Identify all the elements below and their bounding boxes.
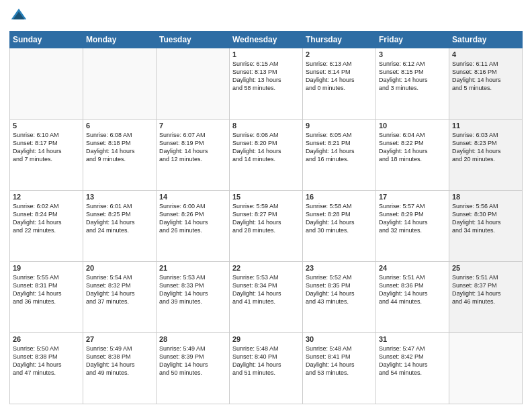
cell-content: Sunrise: 5:58 AMSunset: 8:28 PMDaylight:… — [306, 202, 373, 235]
cell-content: Sunrise: 6:05 AMSunset: 8:21 PMDaylight:… — [306, 131, 373, 164]
calendar-row: 5Sunrise: 6:10 AMSunset: 8:17 PMDaylight… — [10, 120, 523, 191]
cell-content: Sunrise: 6:13 AMSunset: 8:14 PMDaylight:… — [306, 60, 373, 93]
cell-content: Sunrise: 5:51 AMSunset: 8:37 PMDaylight:… — [452, 273, 519, 306]
day-number: 16 — [306, 193, 373, 201]
cell-content: Sunrise: 5:52 AMSunset: 8:35 PMDaylight:… — [306, 273, 373, 306]
day-number: 18 — [452, 193, 519, 201]
day-number: 29 — [232, 335, 300, 343]
cell-content: Sunrise: 6:06 AMSunset: 8:20 PMDaylight:… — [232, 131, 300, 164]
cell-content: Sunrise: 5:48 AMSunset: 8:40 PMDaylight:… — [232, 345, 300, 377]
cell-content: Sunrise: 5:51 AMSunset: 8:36 PMDaylight:… — [379, 273, 446, 306]
day-number: 25 — [452, 264, 519, 272]
weekday-header: Friday — [376, 32, 449, 48]
calendar-cell: 29Sunrise: 5:48 AMSunset: 8:40 PMDayligh… — [230, 333, 303, 404]
calendar-cell: 6Sunrise: 6:08 AMSunset: 8:18 PMDaylight… — [83, 120, 157, 191]
weekday-header: Monday — [83, 32, 157, 48]
calendar-header-row: SundayMondayTuesdayWednesdayThursdayFrid… — [10, 32, 523, 48]
calendar-cell: 27Sunrise: 5:49 AMSunset: 8:38 PMDayligh… — [83, 333, 157, 404]
cell-content: Sunrise: 6:03 AMSunset: 8:23 PMDaylight:… — [452, 131, 519, 164]
calendar-cell: 30Sunrise: 5:48 AMSunset: 8:41 PMDayligh… — [303, 333, 376, 404]
calendar-cell: 4Sunrise: 6:11 AMSunset: 8:16 PMDaylight… — [449, 48, 523, 120]
calendar-row: 19Sunrise: 5:55 AMSunset: 8:31 PMDayligh… — [10, 262, 523, 333]
calendar-cell: 17Sunrise: 5:57 AMSunset: 8:29 PMDayligh… — [376, 191, 449, 262]
day-number: 17 — [379, 193, 446, 201]
day-number: 5 — [13, 122, 80, 130]
day-number: 26 — [13, 335, 80, 343]
cell-content: Sunrise: 5:49 AMSunset: 8:38 PMDaylight:… — [86, 345, 153, 377]
cell-content: Sunrise: 5:57 AMSunset: 8:29 PMDaylight:… — [379, 202, 446, 235]
weekday-header: Thursday — [303, 32, 376, 48]
weekday-header: Saturday — [449, 32, 523, 48]
cell-content: Sunrise: 6:10 AMSunset: 8:17 PMDaylight:… — [13, 131, 80, 164]
cell-content: Sunrise: 5:53 AMSunset: 8:33 PMDaylight:… — [159, 273, 226, 306]
cell-content: Sunrise: 5:54 AMSunset: 8:32 PMDaylight:… — [86, 273, 153, 306]
calendar-cell — [157, 48, 230, 120]
day-number: 10 — [379, 122, 446, 130]
cell-content: Sunrise: 5:50 AMSunset: 8:38 PMDaylight:… — [13, 345, 80, 377]
cell-content: Sunrise: 5:56 AMSunset: 8:30 PMDaylight:… — [452, 202, 519, 235]
day-number: 2 — [306, 50, 373, 58]
weekday-header: Wednesday — [230, 32, 303, 48]
weekday-header: Sunday — [10, 32, 83, 48]
day-number: 3 — [379, 50, 446, 58]
calendar-cell: 15Sunrise: 5:59 AMSunset: 8:27 PMDayligh… — [230, 191, 303, 262]
cell-content: Sunrise: 6:04 AMSunset: 8:22 PMDaylight:… — [379, 131, 446, 164]
calendar-cell: 5Sunrise: 6:10 AMSunset: 8:17 PMDaylight… — [10, 120, 83, 191]
calendar-cell: 25Sunrise: 5:51 AMSunset: 8:37 PMDayligh… — [449, 262, 523, 333]
day-number: 12 — [13, 193, 80, 201]
calendar-cell: 21Sunrise: 5:53 AMSunset: 8:33 PMDayligh… — [157, 262, 230, 333]
day-number: 21 — [159, 264, 226, 272]
calendar-cell: 3Sunrise: 6:12 AMSunset: 8:15 PMDaylight… — [376, 48, 449, 120]
day-number: 6 — [86, 122, 153, 130]
weekday-header: Tuesday — [157, 32, 230, 48]
logo-icon — [9, 7, 28, 26]
calendar-cell: 7Sunrise: 6:07 AMSunset: 8:19 PMDaylight… — [157, 120, 230, 191]
day-number: 8 — [232, 122, 300, 130]
calendar-cell: 26Sunrise: 5:50 AMSunset: 8:38 PMDayligh… — [10, 333, 83, 404]
cell-content: Sunrise: 5:49 AMSunset: 8:39 PMDaylight:… — [159, 345, 226, 377]
calendar-cell: 22Sunrise: 5:53 AMSunset: 8:34 PMDayligh… — [230, 262, 303, 333]
calendar-cell: 28Sunrise: 5:49 AMSunset: 8:39 PMDayligh… — [157, 333, 230, 404]
calendar-cell: 31Sunrise: 5:47 AMSunset: 8:42 PMDayligh… — [376, 333, 449, 404]
calendar-cell — [83, 48, 157, 120]
calendar-cell: 18Sunrise: 5:56 AMSunset: 8:30 PMDayligh… — [449, 191, 523, 262]
day-number: 1 — [232, 50, 300, 58]
day-number: 23 — [306, 264, 373, 272]
page: SundayMondayTuesdayWednesdayThursdayFrid… — [0, 0, 532, 411]
cell-content: Sunrise: 6:15 AMSunset: 8:13 PMDaylight:… — [232, 60, 300, 93]
day-number: 4 — [452, 50, 519, 58]
cell-content: Sunrise: 6:01 AMSunset: 8:25 PMDaylight:… — [86, 202, 153, 235]
logo — [9, 7, 30, 26]
calendar-cell: 10Sunrise: 6:04 AMSunset: 8:22 PMDayligh… — [376, 120, 449, 191]
calendar-cell: 13Sunrise: 6:01 AMSunset: 8:25 PMDayligh… — [83, 191, 157, 262]
calendar-cell: 19Sunrise: 5:55 AMSunset: 8:31 PMDayligh… — [10, 262, 83, 333]
calendar-cell: 9Sunrise: 6:05 AMSunset: 8:21 PMDaylight… — [303, 120, 376, 191]
day-number: 13 — [86, 193, 153, 201]
day-number: 30 — [306, 335, 373, 343]
day-number: 11 — [452, 122, 519, 130]
calendar-cell: 24Sunrise: 5:51 AMSunset: 8:36 PMDayligh… — [376, 262, 449, 333]
cell-content: Sunrise: 6:00 AMSunset: 8:26 PMDaylight:… — [159, 202, 226, 235]
day-number: 14 — [159, 193, 226, 201]
day-number: 19 — [13, 264, 80, 272]
header — [9, 7, 523, 26]
cell-content: Sunrise: 6:12 AMSunset: 8:15 PMDaylight:… — [379, 60, 446, 93]
cell-content: Sunrise: 5:53 AMSunset: 8:34 PMDaylight:… — [232, 273, 300, 306]
cell-content: Sunrise: 6:08 AMSunset: 8:18 PMDaylight:… — [86, 131, 153, 164]
day-number: 22 — [232, 264, 300, 272]
calendar-cell: 14Sunrise: 6:00 AMSunset: 8:26 PMDayligh… — [157, 191, 230, 262]
day-number: 7 — [159, 122, 226, 130]
calendar-cell: 16Sunrise: 5:58 AMSunset: 8:28 PMDayligh… — [303, 191, 376, 262]
cell-content: Sunrise: 5:48 AMSunset: 8:41 PMDaylight:… — [306, 345, 373, 377]
day-number: 28 — [159, 335, 226, 343]
calendar-cell — [449, 333, 523, 404]
day-number: 15 — [232, 193, 300, 201]
calendar-table: SundayMondayTuesdayWednesdayThursdayFrid… — [9, 31, 523, 404]
cell-content: Sunrise: 5:59 AMSunset: 8:27 PMDaylight:… — [232, 202, 300, 235]
calendar-cell: 8Sunrise: 6:06 AMSunset: 8:20 PMDaylight… — [230, 120, 303, 191]
calendar-cell — [10, 48, 83, 120]
day-number: 24 — [379, 264, 446, 272]
day-number: 20 — [86, 264, 153, 272]
calendar-cell: 23Sunrise: 5:52 AMSunset: 8:35 PMDayligh… — [303, 262, 376, 333]
cell-content: Sunrise: 6:07 AMSunset: 8:19 PMDaylight:… — [159, 131, 226, 164]
